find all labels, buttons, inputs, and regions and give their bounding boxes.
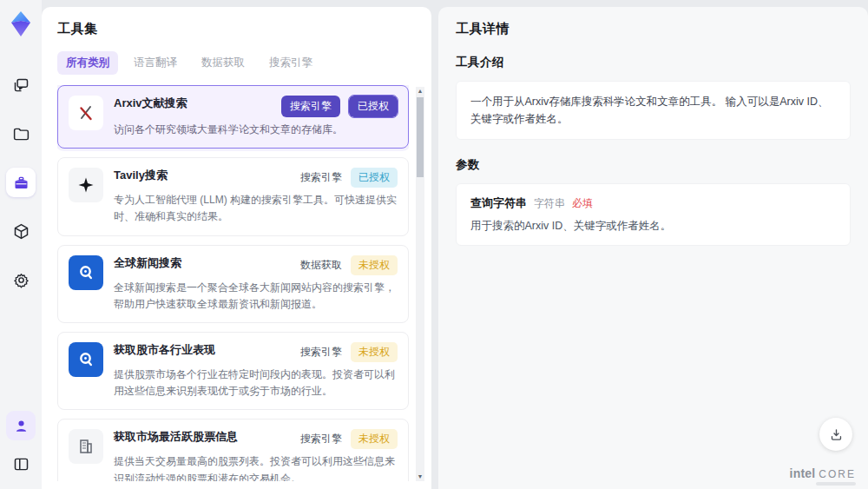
intro-text: 一个用于从Arxiv存储库搜索科学论文和文章的工具。 输入可以是Arxiv ID… [470, 93, 836, 128]
scroll-down-arrow[interactable]: ▼ [416, 472, 424, 481]
tool-description: 专为人工智能代理 (LLM) 构建的搜索引擎工具。可快速提供实时、准确和真实的结… [114, 192, 398, 225]
tool-name: 获取市场最活跃股票信息 [114, 429, 238, 445]
tool-icon [69, 429, 103, 464]
category-tab[interactable]: 数据获取 [193, 51, 253, 75]
param-name: 查询字符串 [470, 195, 527, 211]
tool-auth-badge: 已授权 [351, 168, 398, 188]
building-icon [76, 436, 96, 457]
tools-panel-title: 工具集 [57, 21, 431, 37]
download-button[interactable] [819, 418, 852, 451]
param-header: 查询字符串 字符串 必填 [470, 195, 836, 211]
tool-category-badge: 搜索引擎 [300, 170, 342, 185]
scrollbar[interactable]: ▲ ▼ [416, 87, 424, 481]
main-area: 工具集 所有类别语言翻译数据获取搜索引擎 Arxiv文献搜索 搜索引擎 已授权 … [42, 7, 868, 489]
tool-icon [69, 342, 103, 377]
cube-icon [12, 222, 30, 241]
tool-category-badge: 搜索引擎 [300, 345, 342, 360]
chat-icon [12, 76, 30, 95]
news-search-icon [76, 349, 96, 370]
gear-icon [12, 271, 30, 289]
tool-description: 访问各个研究领域大量科学论文和文章的存储库。 [114, 122, 398, 138]
sidebar-item-tools[interactable] [6, 168, 36, 197]
tool-auth-badge: 未授权 [351, 342, 398, 362]
download-icon [829, 427, 844, 442]
intel-core-logo: intel CORE [790, 466, 856, 480]
toolbox-icon [12, 174, 30, 192]
news-search-icon [76, 262, 96, 283]
tool-card[interactable]: 获取市场最活跃股票信息 搜索引擎 未授权 提供当天交易量最高的股票列表。投资者可… [57, 419, 409, 481]
category-tab[interactable]: 语言翻译 [125, 51, 186, 75]
param-type: 字符串 [534, 196, 565, 211]
param-description: 用于搜索的Arxiv ID、关键字或作者姓名。 [470, 219, 836, 234]
sidebar-item-collapse[interactable] [6, 449, 36, 479]
param-box: 查询字符串 字符串 必填 用于搜索的Arxiv ID、关键字或作者姓名。 [456, 183, 851, 246]
tool-description: 提供当天交易量最高的股票列表。投资者可以利用这些信息来识别流动性强的股票和潜在的… [114, 453, 398, 481]
tool-icon [69, 96, 103, 130]
tool-auth-badge: 已授权 [349, 96, 398, 117]
tool-card[interactable]: Arxiv文献搜索 搜索引擎 已授权 访问各个研究领域大量科学论文和文章的存储库… [57, 85, 409, 149]
sidebar-item-settings[interactable] [6, 265, 36, 294]
app-logo-icon[interactable] [6, 10, 36, 39]
tool-auth-badge: 未授权 [351, 429, 398, 449]
details-title: 工具详情 [456, 21, 851, 37]
user-icon [12, 417, 30, 435]
tools-panel: 工具集 所有类别语言翻译数据获取搜索引擎 Arxiv文献搜索 搜索引擎 已授权 … [42, 7, 431, 489]
tool-description: 提供股票市场各个行业在特定时间段内的表现。投资者可以利用这些信息来识别表现优于或… [114, 367, 398, 400]
category-tab[interactable]: 所有类别 [57, 51, 118, 75]
tool-name: Tavily搜索 [114, 168, 168, 183]
tool-card[interactable]: 全球新闻搜索 数据获取 未授权 全球新闻搜索是一个聚合全球各大新闻网站内容的搜索… [57, 245, 409, 323]
scroll-up-arrow[interactable]: ▲ [416, 87, 424, 96]
tool-category-badge: 搜索引擎 [281, 96, 340, 117]
tool-icon [69, 168, 103, 202]
sidebar-item-files[interactable] [6, 119, 36, 149]
tool-list: Arxiv文献搜索 搜索引擎 已授权 访问各个研究领域大量科学论文和文章的存储库… [57, 85, 409, 481]
sidebar-item-profile[interactable] [6, 411, 36, 440]
brand-subtag [816, 482, 856, 486]
intel-logo-text: intel [790, 466, 816, 480]
tool-name: 获取股市各行业表现 [114, 342, 215, 358]
category-tab[interactable]: 搜索引擎 [260, 51, 321, 75]
arxiv-logo-icon [76, 102, 96, 123]
tool-details-panel: 工具详情 工具介绍 一个用于从Arxiv存储库搜索科学论文和文章的工具。 输入可… [438, 7, 868, 489]
param-required-badge: 必填 [572, 196, 593, 211]
sparkle-icon [76, 175, 96, 195]
params-heading: 参数 [456, 157, 851, 173]
tool-category-badge: 数据获取 [300, 258, 342, 273]
category-tabs: 所有类别语言翻译数据获取搜索引擎 [57, 51, 431, 75]
tool-card[interactable]: Tavily搜索 搜索引擎 已授权 专为人工智能代理 (LLM) 构建的搜索引擎… [57, 157, 409, 235]
folder-icon [12, 125, 30, 143]
tool-card[interactable]: 获取股市各行业表现 搜索引擎 未授权 提供股票市场各个行业在特定时间段内的表现。… [57, 332, 409, 410]
intro-heading: 工具介绍 [456, 55, 851, 70]
panel-toggle-icon [12, 455, 30, 473]
tool-list-wrap: Arxiv文献搜索 搜索引擎 已授权 访问各个研究领域大量科学论文和文章的存储库… [57, 85, 431, 481]
tool-name: 全球新闻搜索 [114, 255, 181, 271]
tool-category-badge: 搜索引擎 [300, 432, 342, 446]
sidebar-item-chat[interactable] [6, 70, 36, 100]
tool-description: 全球新闻搜索是一个聚合全球各大新闻网站内容的搜索引擎，帮助用户快速获取全球最新资… [114, 280, 398, 313]
app-rail [0, 0, 42, 489]
tool-auth-badge: 未授权 [351, 255, 398, 275]
intro-box: 一个用于从Arxiv存储库搜索科学论文和文章的工具。 输入可以是Arxiv ID… [456, 81, 851, 140]
tool-name: Arxiv文献搜索 [114, 96, 187, 111]
tool-icon [69, 255, 103, 290]
core-logo-text: CORE [819, 468, 856, 480]
scrollbar-thumb[interactable] [417, 97, 424, 177]
sidebar-item-models[interactable] [6, 216, 36, 246]
